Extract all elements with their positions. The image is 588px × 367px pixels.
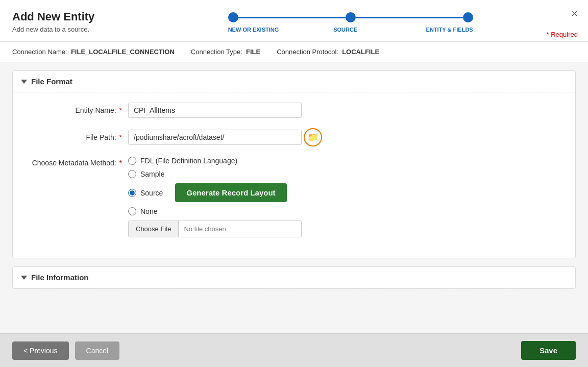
step-1-dot bbox=[228, 12, 238, 22]
conn-type-value: FILE bbox=[246, 48, 260, 56]
modal-body: File Format Entity Name: * File Path: * bbox=[0, 62, 588, 333]
close-button[interactable]: × bbox=[571, 8, 578, 19]
conn-name-value: FILE_LOCALFILE_CONNECTION bbox=[71, 48, 175, 56]
conn-type-label: Connection Type: bbox=[191, 48, 242, 56]
folder-icon: 📁 bbox=[307, 132, 318, 143]
generate-record-layout-button[interactable]: Generate Record Layout bbox=[175, 183, 286, 202]
required-asterisk: * bbox=[547, 31, 551, 38]
file-format-header[interactable]: File Format bbox=[13, 71, 575, 92]
choose-file-button[interactable]: Choose File bbox=[129, 221, 179, 237]
cancel-button[interactable]: Cancel bbox=[75, 341, 120, 360]
file-path-input[interactable] bbox=[128, 130, 302, 145]
file-format-title: File Format bbox=[31, 77, 72, 86]
stepper-line-1 bbox=[238, 17, 346, 18]
modal-subtitle: Add new data to a source. bbox=[12, 26, 94, 33]
radio-source[interactable] bbox=[128, 189, 136, 197]
radio-sample-row: Sample bbox=[128, 170, 302, 178]
file-chooser: Choose File No file chosen bbox=[128, 221, 302, 237]
connection-bar: Connection Name: FILE_LOCALFILE_CONNECTI… bbox=[0, 42, 588, 62]
file-information-section: File Information bbox=[12, 266, 576, 289]
file-information-header[interactable]: File Information bbox=[13, 267, 575, 288]
metadata-required: * bbox=[119, 159, 122, 167]
radio-fdl[interactable] bbox=[128, 157, 136, 165]
folder-browse-button[interactable]: 📁 bbox=[304, 128, 322, 146]
conn-name: Connection Name: FILE_LOCALFILE_CONNECTI… bbox=[12, 48, 175, 56]
entity-name-label: Entity Name: * bbox=[21, 106, 128, 114]
stepper: NEW OR EXISTING SOURCE ENTITY & FIELDS bbox=[125, 12, 576, 33]
modal-title: Add New Entity bbox=[12, 10, 94, 23]
metadata-options: FDL (File Definition Language) Sample So… bbox=[128, 157, 302, 237]
radio-none-row: None bbox=[128, 207, 302, 215]
step-1-label: NEW OR EXISTING bbox=[228, 27, 289, 33]
modal-container: Add New Entity Add new data to a source.… bbox=[0, 0, 588, 367]
entity-name-row: Entity Name: * bbox=[21, 103, 567, 118]
file-information-chevron-icon bbox=[21, 276, 27, 280]
file-path-label: File Path: * bbox=[21, 133, 128, 141]
file-format-section: File Format Entity Name: * File Path: * bbox=[12, 70, 576, 258]
conn-protocol: Connection Protocol: LOCALFILE bbox=[277, 48, 379, 56]
radio-none[interactable] bbox=[128, 207, 136, 215]
conn-protocol-label: Connection Protocol: bbox=[277, 48, 338, 56]
file-format-body: Entity Name: * File Path: * 📁 bbox=[13, 92, 575, 258]
required-note: * Required bbox=[547, 31, 578, 38]
metadata-row: Choose Metadata Method: * FDL (File Defi… bbox=[21, 157, 567, 237]
stepper-track bbox=[228, 12, 473, 22]
save-button[interactable]: Save bbox=[521, 341, 576, 360]
step-2-dot bbox=[346, 12, 356, 22]
filepath-wrapper: 📁 bbox=[128, 128, 322, 146]
file-format-chevron-icon bbox=[21, 80, 27, 84]
radio-source-row: Source Generate Record Layout bbox=[128, 183, 302, 202]
step-3-dot bbox=[463, 12, 473, 22]
entity-name-input[interactable] bbox=[128, 103, 302, 118]
radio-source-label: Source bbox=[140, 189, 163, 197]
radio-none-label: None bbox=[140, 207, 157, 215]
radio-sample-label: Sample bbox=[140, 170, 164, 178]
stepper-labels: NEW OR EXISTING SOURCE ENTITY & FIELDS bbox=[228, 27, 473, 33]
file-path-required: * bbox=[119, 133, 122, 141]
step-3-label: ENTITY & FIELDS bbox=[412, 27, 473, 33]
no-file-label: No file chosen bbox=[179, 221, 231, 237]
entity-name-required: * bbox=[119, 106, 122, 114]
radio-fdl-label: FDL (File Definition Language) bbox=[140, 157, 237, 165]
radio-sample[interactable] bbox=[128, 170, 136, 178]
conn-type: Connection Type: FILE bbox=[191, 48, 260, 56]
previous-button[interactable]: < Previous bbox=[12, 341, 69, 360]
stepper-line-2 bbox=[356, 17, 463, 18]
radio-fdl-row: FDL (File Definition Language) bbox=[128, 157, 302, 165]
title-block: Add New Entity Add new data to a source. bbox=[12, 10, 94, 33]
file-information-title: File Information bbox=[31, 273, 89, 282]
metadata-label: Choose Metadata Method: * bbox=[21, 157, 128, 167]
file-path-row: File Path: * 📁 bbox=[21, 128, 567, 146]
modal-footer: < Previous Cancel Save bbox=[0, 333, 588, 367]
conn-name-label: Connection Name: bbox=[12, 48, 67, 56]
step-2-label: SOURCE bbox=[315, 27, 376, 33]
conn-protocol-value: LOCALFILE bbox=[342, 48, 379, 56]
modal-header: Add New Entity Add new data to a source.… bbox=[0, 0, 588, 42]
